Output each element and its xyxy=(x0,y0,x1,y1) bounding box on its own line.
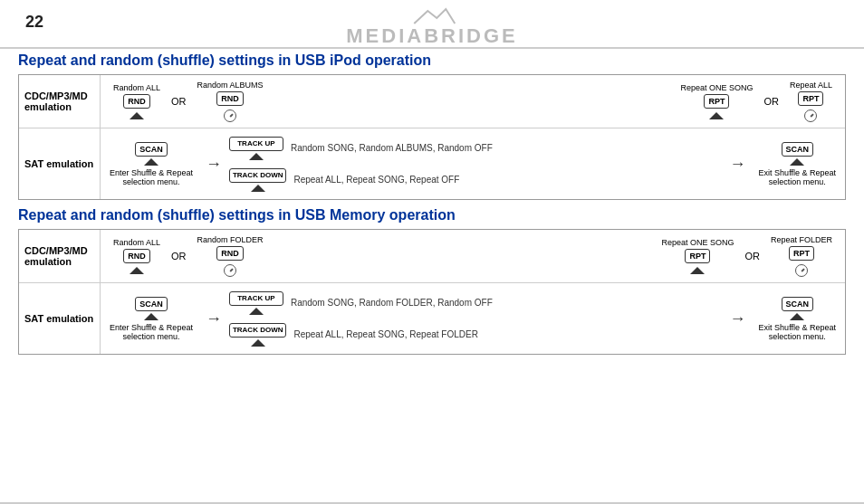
track-up-btn-ipod[interactable]: TRACK UP xyxy=(229,137,283,151)
repeat-folder-group: Repeat FOLDER RPT xyxy=(771,235,832,277)
arrow-right-1: → xyxy=(206,155,222,174)
logo-text: MEDIABRIDGE xyxy=(346,24,517,48)
up-icon-1 xyxy=(130,112,144,119)
exit-text-mem: Exit Shuffle & Repeat selection menu. xyxy=(759,323,836,341)
track-down-text-ipod: Repeat ALL, Repeat SONG, Repeat OFF xyxy=(293,175,459,185)
track-up-row-mem: TRACK UP Random SONG, Random FOLDER, Ran… xyxy=(229,291,723,315)
scan-btn-mem-left[interactable]: SCAN xyxy=(135,297,168,311)
up-icon-track-up xyxy=(249,153,264,160)
random-albums-label: Random ALBUMS xyxy=(197,81,264,90)
cdc-memory-left: Random ALL RND OR Random FOLDER RND xyxy=(110,235,351,277)
track-up-text-ipod: Random SONG, Random ALBUMS, Random OFF xyxy=(291,143,493,153)
enter-text-mem: Enter Shuffle & Repeat selection menu. xyxy=(110,323,193,341)
clock-icon-1 xyxy=(224,109,236,122)
up-icon-mem-1 xyxy=(130,267,144,274)
repeat-one-label: Repeat ONE SONG xyxy=(680,83,753,92)
sat-ipod-left: SCAN Enter Shuffle & Repeat selection me… xyxy=(110,142,193,186)
cdc-memory-content: Random ALL RND OR Random FOLDER RND Repe… xyxy=(101,230,845,282)
up-icon-track-up-mem xyxy=(249,308,264,315)
up-icon-2 xyxy=(709,112,724,119)
rnd-btn-mem-1[interactable]: RND xyxy=(123,249,150,263)
sat-ipod-right: SCAN Exit Shuffle & Repeat selection men… xyxy=(759,142,836,186)
track-down-btn-mem[interactable]: TRACK DOWN xyxy=(229,323,287,338)
rpt-btn-mem-1[interactable]: RPT xyxy=(685,249,710,263)
top-border xyxy=(0,47,864,49)
repeat-folder-label: Repeat FOLDER xyxy=(771,235,832,244)
or-mem-2: OR xyxy=(744,251,760,262)
clock-icon-mem-1 xyxy=(224,264,236,277)
rpt-btn-2[interactable]: RPT xyxy=(798,91,823,106)
clock-icon-mem-2 xyxy=(795,264,808,277)
sat-memory-left: SCAN Enter Shuffle & Repeat selection me… xyxy=(110,297,193,341)
arrow-right-mem-2: → xyxy=(730,309,746,328)
random-all-mem-group: Random ALL RND xyxy=(113,238,160,274)
random-all-label: Random ALL xyxy=(113,83,160,92)
or-2: OR xyxy=(763,96,779,107)
cdc-ipod-right: Repeat ONE SONG RPT OR Repeat ALL RPT xyxy=(594,81,836,122)
cdc-memory-right: Repeat ONE SONG RPT OR Repeat FOLDER RPT xyxy=(594,235,836,277)
cdc-ipod-label: CDC/MP3/MD emulation xyxy=(19,75,101,128)
track-up-row-ipod: TRACK UP Random SONG, Random ALBUMS, Ran… xyxy=(229,137,723,160)
exit-text-ipod: Exit Shuffle & Repeat selection menu. xyxy=(759,168,836,186)
or-mem-1: OR xyxy=(171,251,187,262)
sat-memory-content: SCAN Enter Shuffle & Repeat selection me… xyxy=(101,283,845,354)
cdc-ipod-content: Random ALL RND OR Random ALBUMS RND Repe… xyxy=(101,75,845,128)
sat-memory-inner: SCAN Enter Shuffle & Repeat selection me… xyxy=(110,287,836,350)
logo: MEDIABRIDGE xyxy=(346,7,517,48)
sat-ipod-content: SCAN Enter Shuffle & Repeat selection me… xyxy=(101,128,845,199)
track-down-row-ipod: TRACK DOWN Repeat ALL, Repeat SONG, Repe… xyxy=(229,168,723,192)
or-1: OR xyxy=(171,96,187,107)
cdc-ipod-left: Random ALL RND OR Random ALBUMS RND xyxy=(110,81,351,122)
repeat-one-mem-label: Repeat ONE SONG xyxy=(661,238,734,247)
track-down-row-mem: TRACK DOWN Repeat ALL, Repeat SONG, Repe… xyxy=(229,323,723,347)
random-all-mem-label: Random ALL xyxy=(113,238,160,247)
rpt-btn-mem-2[interactable]: RPT xyxy=(789,246,814,261)
random-folder-group: Random FOLDER RND xyxy=(197,235,264,277)
sat-ipod-label: SAT emulation xyxy=(19,128,101,199)
cdc-memory-label: CDC/MP3/MD emulation xyxy=(19,230,101,282)
section-box-memory: CDC/MP3/MD emulation Random ALL RND OR R… xyxy=(18,229,846,355)
arrow-right-mem-1: → xyxy=(206,309,222,328)
scan-btn-ipod-right[interactable]: SCAN xyxy=(782,142,814,157)
page-number: 22 xyxy=(25,13,43,32)
sat-ipod-row: SAT emulation SCAN Enter Shuffle & Repea… xyxy=(19,128,845,199)
rpt-btn-1[interactable]: RPT xyxy=(704,94,729,109)
track-up-btn-mem[interactable]: TRACK UP xyxy=(229,291,283,306)
up-icon-track-down-mem xyxy=(251,339,265,347)
track-down-text-mem: Repeat ALL, Repeat SONG, Repeat FOLDER xyxy=(293,329,477,339)
section-title-memory: Repeat and random (shuffle) settings in … xyxy=(18,207,846,223)
up-icon-sat-mem-left xyxy=(144,313,158,320)
repeat-one-mem-group: Repeat ONE SONG RPT xyxy=(661,238,734,274)
rnd-btn-mem-2[interactable]: RND xyxy=(216,246,244,261)
up-icon-sat-left xyxy=(144,158,158,166)
cdc-memory-row: CDC/MP3/MD emulation Random ALL RND OR R… xyxy=(19,230,845,283)
scan-btn-mem-right[interactable]: SCAN xyxy=(782,297,814,311)
repeat-all-group: Repeat ALL RPT xyxy=(790,81,832,122)
random-all-group: Random ALL RND xyxy=(113,83,160,119)
up-icon-mem-2 xyxy=(690,267,705,274)
up-icon-sat-right xyxy=(790,158,804,166)
random-folder-label: Random FOLDER xyxy=(197,235,264,244)
sat-memory-right: SCAN Exit Shuffle & Repeat selection men… xyxy=(759,297,836,341)
track-up-text-mem: Random SONG, Random FOLDER, Random OFF xyxy=(291,298,493,308)
sat-memory-center: TRACK UP Random SONG, Random FOLDER, Ran… xyxy=(229,289,723,349)
main-content: Repeat and random (shuffle) settings in … xyxy=(18,52,846,362)
scan-btn-ipod-left[interactable]: SCAN xyxy=(135,142,168,157)
track-down-btn-ipod[interactable]: TRACK DOWN xyxy=(229,168,287,183)
cdc-ipod-row: CDC/MP3/MD emulation Random ALL RND OR R… xyxy=(19,75,845,128)
random-albums-group: Random ALBUMS RND xyxy=(197,81,264,122)
section-title-ipod: Repeat and random (shuffle) settings in … xyxy=(18,52,846,69)
section-box-ipod: CDC/MP3/MD emulation Random ALL RND OR R… xyxy=(18,74,846,200)
sat-memory-label: SAT emulation xyxy=(19,283,101,354)
sat-memory-row: SAT emulation SCAN Enter Shuffle & Repea… xyxy=(19,283,845,354)
rnd-btn-2[interactable]: RND xyxy=(216,91,244,106)
up-icon-track-down xyxy=(251,185,265,192)
repeat-one-group: Repeat ONE SONG RPT xyxy=(680,83,753,119)
repeat-all-label: Repeat ALL xyxy=(790,81,832,90)
arrow-right-2: → xyxy=(730,155,746,174)
rnd-btn-1[interactable]: RND xyxy=(123,94,150,109)
sat-ipod-inner: SCAN Enter Shuffle & Repeat selection me… xyxy=(110,132,836,195)
sat-ipod-center: TRACK UP Random SONG, Random ALBUMS, Ran… xyxy=(229,134,723,195)
clock-icon-2 xyxy=(804,109,817,122)
up-icon-sat-mem-right xyxy=(790,313,804,320)
